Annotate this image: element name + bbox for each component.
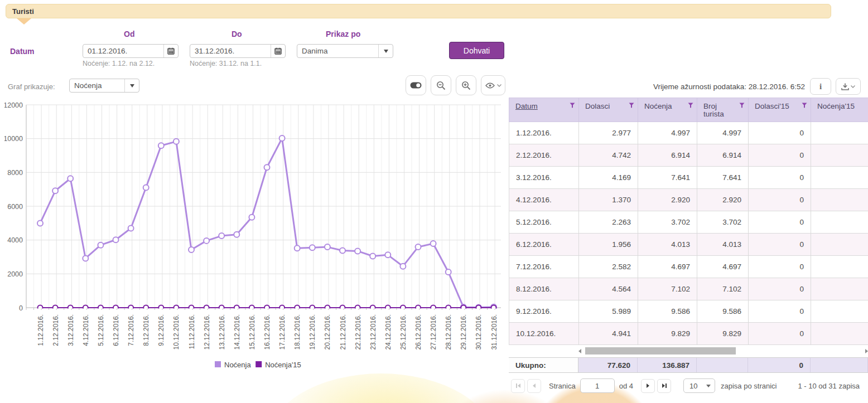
legend-label[interactable]: Noćenja'15	[265, 361, 301, 369]
chart-legend[interactable]: NoćenjaNoćenja'15	[215, 361, 301, 369]
data-point[interactable]	[234, 232, 239, 237]
column-header-dolasci-15[interactable]: Dolasci'15	[749, 98, 811, 122]
filter-icon[interactable]	[629, 103, 634, 108]
chart-zoom-out-button[interactable]	[431, 75, 451, 95]
date-to-value[interactable]: 31.12.2016.	[190, 47, 271, 55]
first-page-button[interactable]	[511, 379, 525, 393]
prev-page-button[interactable]	[527, 379, 541, 393]
chevron-down-icon[interactable]	[124, 79, 139, 92]
column-label[interactable]: Noćenja	[644, 103, 672, 110]
download-button[interactable]	[836, 78, 861, 95]
next-page-button[interactable]	[641, 379, 655, 393]
data-point[interactable]	[219, 233, 224, 239]
data-point[interactable]	[370, 253, 375, 259]
column-header-datum[interactable]: Datum	[509, 98, 579, 122]
table-row[interactable]: 5.12.2016.2.2633.7023.7020	[509, 211, 868, 234]
filter-icon[interactable]	[802, 103, 807, 108]
page-number-input[interactable]	[580, 378, 615, 393]
date-from-input[interactable]: 01.12.2016.	[83, 44, 179, 58]
table-row[interactable]: 7.12.2016.2.5824.6974.6970	[509, 256, 868, 278]
data-point[interactable]	[461, 305, 466, 310]
data-point[interactable]	[431, 241, 436, 246]
data-point[interactable]	[189, 305, 194, 310]
data-point[interactable]	[264, 305, 269, 310]
last-page-button[interactable]	[657, 379, 671, 393]
chart-toggle-button[interactable]	[406, 75, 426, 95]
data-point[interactable]	[295, 305, 300, 310]
column-header-broj-turista[interactable]: Broj turista	[697, 98, 749, 122]
column-label[interactable]: Datum	[515, 103, 538, 110]
table-row[interactable]: 4.12.2016.1.3702.9202.9200	[509, 189, 868, 211]
dohvati-button[interactable]: Dohvati	[449, 42, 504, 59]
data-point[interactable]	[113, 237, 119, 242]
data-point[interactable]	[385, 305, 390, 310]
prikaz-po-select[interactable]: Danima	[297, 44, 393, 58]
data-point[interactable]	[355, 248, 360, 254]
data-point[interactable]	[128, 305, 133, 310]
data-point[interactable]	[340, 305, 345, 310]
table-horizontal-scrollbar[interactable]	[578, 346, 868, 356]
chart-visibility-button[interactable]	[481, 75, 505, 95]
data-point[interactable]	[446, 269, 451, 275]
scroll-right-icon[interactable]	[865, 349, 868, 353]
data-point[interactable]	[355, 305, 360, 310]
data-point[interactable]	[204, 305, 209, 310]
data-point[interactable]	[68, 305, 73, 310]
date-from-value[interactable]: 01.12.2016.	[83, 47, 163, 55]
tab-turisti[interactable]: Turisti	[12, 7, 34, 16]
data-point[interactable]	[279, 135, 285, 141]
data-point[interactable]	[204, 238, 209, 244]
table-row[interactable]: 2.12.2016.4.7426.9146.9140	[509, 144, 868, 167]
filter-icon[interactable]	[739, 103, 745, 108]
table-row[interactable]: 10.12.2016.4.9419.8299.8290	[509, 323, 868, 345]
data-point[interactable]	[37, 220, 43, 226]
chevron-down-icon[interactable]	[378, 45, 393, 57]
line-chart[interactable]: 0200040006000800010000120001.12.2016.2.1…	[4, 100, 505, 378]
data-point[interactable]	[416, 305, 421, 310]
legend-label[interactable]: Noćenja	[224, 361, 251, 369]
data-point[interactable]	[143, 185, 149, 191]
page-size-select[interactable]: 10	[683, 378, 715, 393]
data-point[interactable]	[113, 305, 118, 310]
data-point[interactable]	[158, 305, 163, 310]
scrollbar-thumb[interactable]	[585, 347, 736, 355]
date-to-input[interactable]: 31.12.2016.	[190, 44, 286, 58]
data-point[interactable]	[67, 176, 73, 181]
data-point[interactable]	[143, 305, 148, 310]
data-point[interactable]	[279, 305, 284, 310]
info-button[interactable]: i	[810, 78, 831, 95]
table-row[interactable]: 9.12.2016.5.9899.5869.5860	[509, 300, 868, 323]
data-point[interactable]	[416, 244, 421, 250]
column-label[interactable]: Broj turista	[703, 103, 739, 118]
table-row[interactable]: 3.12.2016.4.1697.6417.6410	[509, 167, 868, 189]
data-point[interactable]	[325, 305, 330, 310]
data-point[interactable]	[173, 305, 179, 310]
column-label[interactable]: Dolasci	[585, 103, 610, 110]
data-point[interactable]	[476, 305, 481, 310]
filter-icon[interactable]	[570, 103, 575, 108]
data-point[interactable]	[370, 305, 375, 310]
data-point[interactable]	[158, 143, 164, 148]
data-point[interactable]	[83, 255, 88, 261]
data-point[interactable]	[310, 305, 315, 310]
filter-icon[interactable]	[688, 103, 693, 108]
chevron-down-icon[interactable]	[702, 385, 715, 387]
column-label[interactable]: Noćenja'15	[817, 103, 855, 110]
data-point[interactable]	[340, 247, 345, 253]
data-point[interactable]	[446, 305, 451, 310]
data-point[interactable]	[53, 305, 58, 310]
column-label[interactable]: Dolasci'15	[755, 103, 789, 110]
data-point[interactable]	[400, 264, 406, 269]
data-point[interactable]	[128, 226, 134, 231]
table-row[interactable]: 1.12.2016.2.9774.9974.9970	[509, 122, 868, 144]
data-point[interactable]	[189, 247, 194, 253]
data-point[interactable]	[173, 139, 179, 144]
data-point[interactable]	[249, 305, 254, 310]
data-point[interactable]	[249, 215, 254, 220]
column-header-dolasci[interactable]: Dolasci	[579, 98, 638, 122]
graf-series-select[interactable]: Noćenja	[69, 79, 139, 93]
data-point[interactable]	[431, 305, 436, 310]
data-point[interactable]	[325, 244, 330, 250]
calendar-icon[interactable]	[163, 45, 178, 57]
data-point[interactable]	[401, 305, 406, 310]
